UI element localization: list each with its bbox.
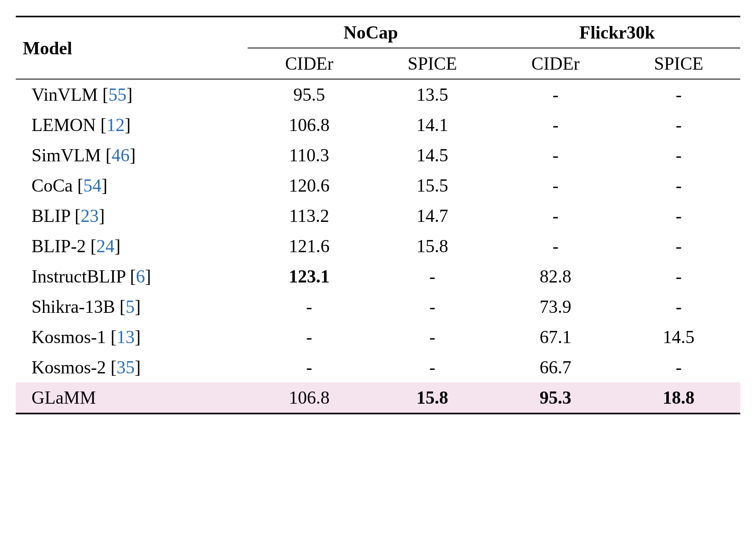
citation-ref[interactable]: 6 bbox=[136, 266, 145, 286]
metric-cell: 14.7 bbox=[371, 201, 494, 231]
metric-cell: 110.3 bbox=[248, 140, 371, 170]
model-name: LEMON bbox=[32, 115, 96, 135]
header-row-1: Model NoCap Flickr30k bbox=[16, 17, 740, 48]
metric-cell: - bbox=[617, 292, 740, 322]
header-nocap-cider: CIDEr bbox=[248, 48, 371, 79]
header-group-nocap: NoCap bbox=[248, 17, 494, 48]
table-row: BLIP-2 [24]121.615.8-- bbox=[16, 231, 740, 261]
metric-cell: - bbox=[494, 231, 617, 261]
metric-cell: - bbox=[248, 322, 371, 352]
metric-cell: 15.8 bbox=[371, 231, 494, 261]
metric-cell: - bbox=[371, 292, 494, 322]
metric-cell: - bbox=[494, 79, 617, 110]
table-row: CoCa [54]120.615.5-- bbox=[16, 170, 740, 201]
metric-cell: 18.8 bbox=[617, 382, 740, 414]
citation-ref[interactable]: 54 bbox=[83, 175, 102, 196]
metric-cell: - bbox=[371, 261, 494, 292]
model-cell: Kosmos-2 [35] bbox=[16, 352, 248, 382]
model-cell: BLIP [23] bbox=[16, 201, 248, 231]
metric-cell: - bbox=[248, 292, 371, 322]
metric-cell: - bbox=[617, 140, 740, 170]
table-row: Shikra-13B [5]--73.9- bbox=[16, 292, 740, 322]
metric-cell: 14.5 bbox=[371, 140, 494, 170]
header-flickr-spice: SPICE bbox=[617, 48, 740, 79]
table-row: SimVLM [46]110.314.5-- bbox=[16, 140, 740, 170]
metric-cell: 106.8 bbox=[248, 110, 371, 140]
model-cell: LEMON [12] bbox=[16, 110, 248, 140]
table-row: LEMON [12]106.814.1-- bbox=[16, 110, 740, 140]
table-body: VinVLM [55]95.513.5--LEMON [12]106.814.1… bbox=[16, 79, 740, 414]
metric-cell: 14.1 bbox=[371, 110, 494, 140]
metric-cell: - bbox=[617, 352, 740, 382]
metric-cell: - bbox=[617, 231, 740, 261]
metric-cell: - bbox=[494, 201, 617, 231]
metric-cell: 13.5 bbox=[371, 79, 494, 110]
metric-cell: 106.8 bbox=[248, 382, 371, 414]
metric-cell: 120.6 bbox=[248, 170, 371, 201]
citation-ref[interactable]: 13 bbox=[117, 327, 135, 347]
model-cell: VinVLM [55] bbox=[16, 79, 248, 110]
citation-ref[interactable]: 23 bbox=[81, 206, 99, 226]
metric-cell: 121.6 bbox=[248, 231, 371, 261]
model-name: Kosmos-2 bbox=[32, 357, 106, 377]
metric-cell: 67.1 bbox=[494, 322, 617, 352]
citation-ref[interactable]: 24 bbox=[96, 236, 115, 256]
metric-cell: - bbox=[617, 261, 740, 292]
comparison-table: Model NoCap Flickr30k CIDEr SPICE CIDEr … bbox=[16, 16, 740, 414]
header-group-flickr: Flickr30k bbox=[494, 17, 740, 48]
citation-ref[interactable]: 55 bbox=[108, 85, 126, 105]
header-nocap-spice: SPICE bbox=[371, 48, 494, 79]
citation-ref[interactable]: 12 bbox=[106, 115, 124, 135]
model-name: InstructBLIP bbox=[32, 266, 126, 286]
model-cell: Kosmos-1 [13] bbox=[16, 322, 248, 352]
metric-cell: - bbox=[371, 322, 494, 352]
metric-cell: - bbox=[617, 201, 740, 231]
model-name: GLaMM bbox=[32, 388, 96, 408]
table-row: VinVLM [55]95.513.5-- bbox=[16, 79, 740, 110]
metric-cell: 66.7 bbox=[494, 352, 617, 382]
metric-cell: - bbox=[371, 352, 494, 382]
model-cell: BLIP-2 [24] bbox=[16, 231, 248, 261]
model-cell: InstructBLIP [6] bbox=[16, 261, 248, 292]
model-name: BLIP bbox=[32, 206, 70, 226]
metric-cell: 113.2 bbox=[248, 201, 371, 231]
metric-cell: - bbox=[617, 79, 740, 110]
metric-cell: 95.3 bbox=[494, 382, 617, 414]
table: Model NoCap Flickr30k CIDEr SPICE CIDEr … bbox=[16, 16, 740, 414]
table-row: Kosmos-2 [35]--66.7- bbox=[16, 352, 740, 382]
citation-ref[interactable]: 35 bbox=[117, 357, 135, 377]
metric-cell: 15.5 bbox=[371, 170, 494, 201]
metric-cell: 14.5 bbox=[617, 322, 740, 352]
model-cell: SimVLM [46] bbox=[16, 140, 248, 170]
model-cell: GLaMM bbox=[16, 382, 248, 414]
metric-cell: - bbox=[617, 170, 740, 201]
model-name: Shikra-13B bbox=[32, 297, 115, 317]
metric-cell: 95.5 bbox=[248, 79, 371, 110]
metric-cell: 15.8 bbox=[371, 382, 494, 414]
metric-cell: - bbox=[494, 170, 617, 201]
header-model: Model bbox=[16, 17, 248, 79]
table-row: GLaMM106.815.895.318.8 bbox=[16, 382, 740, 414]
metric-cell: 82.8 bbox=[494, 261, 617, 292]
table-head: Model NoCap Flickr30k CIDEr SPICE CIDEr … bbox=[16, 17, 740, 79]
model-cell: Shikra-13B [5] bbox=[16, 292, 248, 322]
model-name: BLIP-2 bbox=[32, 236, 86, 256]
model-name: SimVLM bbox=[32, 145, 101, 165]
model-name: CoCa bbox=[32, 175, 73, 196]
table-row: BLIP [23]113.214.7-- bbox=[16, 201, 740, 231]
model-name: VinVLM bbox=[32, 85, 98, 105]
header-flickr-cider: CIDEr bbox=[494, 48, 617, 79]
metric-cell: - bbox=[494, 140, 617, 170]
metric-cell: - bbox=[494, 110, 617, 140]
citation-ref[interactable]: 46 bbox=[111, 145, 130, 165]
metric-cell: - bbox=[248, 352, 371, 382]
table-row: InstructBLIP [6]123.1-82.8- bbox=[16, 261, 740, 292]
table-row: Kosmos-1 [13]--67.114.5 bbox=[16, 322, 740, 352]
metric-cell: 73.9 bbox=[494, 292, 617, 322]
metric-cell: - bbox=[617, 110, 740, 140]
model-name: Kosmos-1 bbox=[32, 327, 106, 347]
citation-ref[interactable]: 5 bbox=[126, 297, 135, 317]
model-cell: CoCa [54] bbox=[16, 170, 248, 201]
metric-cell: 123.1 bbox=[248, 261, 371, 292]
